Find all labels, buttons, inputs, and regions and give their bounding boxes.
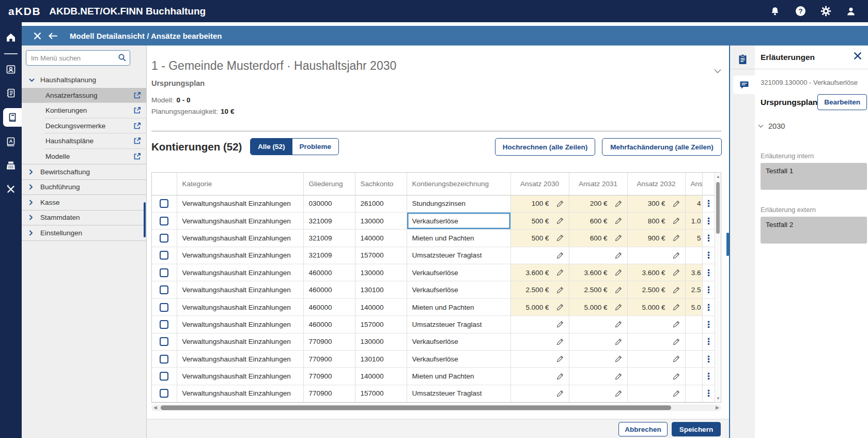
row-menu-kebab-icon[interactable]: ⋮ [704, 371, 713, 381]
cell-bezeichnung[interactable]: Umsatzsteuer Traglast [407, 247, 510, 264]
edit-pencil-icon[interactable] [615, 321, 622, 328]
edit-pencil-icon[interactable] [556, 390, 564, 397]
cell-bezeichnung[interactable]: Verkaufserlöse [407, 351, 510, 368]
edit-pencil-icon[interactable] [556, 217, 564, 224]
comment-icon-active[interactable] [733, 75, 755, 94]
row-menu-kebab-icon[interactable]: ⋮ [704, 199, 713, 208]
notifications-bell-icon[interactable] [769, 6, 781, 17]
edit-pencil-icon[interactable] [673, 217, 680, 224]
row-menu-kebab-icon[interactable]: ⋮ [704, 250, 713, 260]
edit-pencil-icon[interactable] [556, 304, 564, 311]
sidebar-item-bewirtschaftung[interactable]: Bewirtschaftung [22, 164, 147, 179]
home-icon[interactable] [0, 28, 22, 46]
external-link-icon[interactable] [133, 122, 141, 131]
year-group-toggle[interactable]: 2030 [758, 122, 785, 130]
cell-bezeichnung[interactable]: Umsatzsteuer Traglast [407, 316, 510, 333]
edit-pencil-icon[interactable] [615, 234, 622, 241]
edit-pencil-icon[interactable] [673, 286, 680, 294]
close-icon[interactable] [29, 28, 45, 43]
panel-close-icon[interactable] [854, 52, 862, 62]
tools-icon[interactable] [0, 180, 22, 198]
edit-pencil-icon[interactable] [556, 286, 564, 294]
edit-pencil-icon[interactable] [556, 234, 564, 241]
row-checkbox[interactable] [160, 234, 168, 243]
cell-bezeichnung[interactable]: Umsatzsteuer Traglast [407, 385, 510, 402]
sidebar-item-haushaltsplaene[interactable]: Haushaltspläne [22, 133, 147, 149]
row-menu-kebab-icon[interactable]: ⋮ [704, 388, 713, 398]
save-button[interactable]: Speichern [672, 422, 721, 436]
budget-planning-icon-active[interactable] [3, 108, 22, 127]
row-checkbox[interactable] [160, 389, 168, 398]
cell-bezeichnung[interactable]: Stundungszinsen [407, 195, 510, 212]
row-menu-kebab-icon[interactable]: ⋮ [704, 285, 713, 295]
journal-icon[interactable] [0, 84, 22, 102]
row-menu-kebab-icon[interactable]: ⋮ [704, 337, 713, 346]
sidebar-item-deckungsvermerke[interactable]: Deckungsvermerke [22, 118, 147, 134]
back-arrow-icon[interactable] [45, 28, 60, 43]
external-link-icon[interactable] [133, 137, 141, 146]
glossary-icon[interactable]: A [0, 133, 22, 150]
edit-pencil-icon[interactable] [556, 355, 564, 363]
edit-pencil-icon[interactable] [673, 355, 680, 363]
edit-pencil-icon[interactable] [556, 252, 564, 259]
edit-pencil-icon[interactable] [615, 338, 622, 345]
edit-pencil-icon[interactable] [673, 338, 680, 345]
row-checkbox[interactable] [160, 217, 168, 225]
collapse-chevron-icon[interactable] [714, 66, 721, 75]
cell-bezeichnung[interactable]: Verkaufserlöse [407, 281, 510, 298]
sidebar-item-ansatzerfassung[interactable]: Ansatzerfassung [22, 88, 147, 103]
table-horizontal-scrollbar[interactable]: ◀ ▶ [151, 404, 721, 411]
sidebar-item-stammdaten[interactable]: Stammdaten [22, 210, 147, 225]
edit-pencil-icon[interactable] [673, 269, 680, 276]
edit-pencil-icon[interactable] [673, 304, 680, 311]
row-menu-kebab-icon[interactable]: ⋮ [704, 216, 713, 226]
cancel-button[interactable]: Abbrechen [618, 422, 668, 436]
sidebar-item-einstellungen[interactable]: Einstellungen [22, 225, 147, 240]
row-checkbox[interactable] [160, 372, 168, 381]
edit-pencil-icon[interactable] [673, 390, 680, 397]
mehrfachaenderung-button[interactable]: Mehrfachänderung (alle Zeilen) [602, 138, 722, 156]
sidebar-item-kontierungen[interactable]: Kontierungen [22, 103, 147, 118]
row-checkbox[interactable] [160, 320, 168, 329]
settings-gear-icon[interactable] [820, 6, 831, 17]
edit-pencil-icon[interactable] [615, 373, 622, 380]
edit-pencil-icon[interactable] [615, 269, 622, 276]
edit-pencil-icon[interactable] [673, 234, 680, 241]
row-checkbox[interactable] [160, 268, 168, 277]
row-menu-kebab-icon[interactable]: ⋮ [704, 354, 713, 364]
edit-pencil-icon[interactable] [615, 252, 622, 259]
row-menu-kebab-icon[interactable]: ⋮ [704, 303, 713, 312]
external-link-icon[interactable] [133, 92, 141, 101]
edit-pencil-icon[interactable] [615, 200, 622, 207]
edit-pencil-icon[interactable] [615, 286, 622, 294]
sidebar-item-kasse[interactable]: Kasse [22, 194, 147, 210]
scroll-right-icon[interactable]: ▶ [716, 405, 719, 410]
external-link-icon[interactable] [133, 107, 141, 116]
row-menu-kebab-icon[interactable]: ⋮ [704, 268, 713, 278]
tab-probleme[interactable]: Probleme [292, 139, 339, 155]
horizontal-scroll-thumb[interactable] [161, 405, 671, 410]
edit-pencil-icon[interactable] [556, 338, 564, 345]
vertical-scroll-thumb[interactable] [716, 182, 720, 234]
scroll-left-icon[interactable]: ◀ [153, 405, 157, 410]
row-checkbox[interactable] [160, 337, 168, 346]
edit-pencil-icon[interactable] [673, 373, 680, 380]
row-checkbox[interactable] [160, 199, 168, 208]
edit-pencil-icon[interactable] [615, 217, 622, 224]
cell-bezeichnung[interactable]: Verkaufserlöse [407, 333, 510, 350]
row-checkbox[interactable] [160, 251, 168, 260]
menu-search-input[interactable] [26, 50, 130, 66]
cell-bezeichnung[interactable]: Mieten und Pachten [407, 298, 510, 315]
row-menu-kebab-icon[interactable]: ⋮ [704, 320, 713, 329]
edit-pencil-icon[interactable] [556, 200, 564, 207]
sidebar-item-haushaltsplanung[interactable]: Haushaltsplanung [22, 72, 147, 88]
hochrechnen-button[interactable]: Hochrechnen (alle Zeilen) [495, 138, 595, 156]
edit-pencil-icon[interactable] [673, 321, 680, 328]
cell-bezeichnung[interactable]: Mieten und Pachten [407, 230, 510, 247]
sidebar-item-buchfuehrung[interactable]: Buchführung [22, 179, 147, 195]
contacts-icon[interactable] [0, 61, 22, 78]
row-checkbox[interactable] [160, 303, 168, 312]
edit-pencil-icon[interactable] [556, 321, 564, 328]
sidebar-scrollbar-thumb[interactable] [144, 202, 146, 237]
tab-alle[interactable]: Alle (52) [251, 139, 292, 155]
